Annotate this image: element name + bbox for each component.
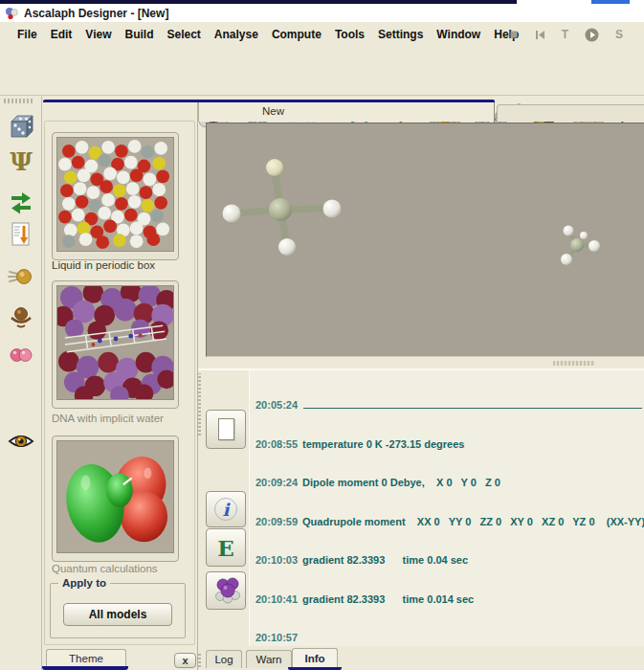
quantum-preview-image xyxy=(56,440,174,553)
menu-bar: File Edit View Build Select Analyse Comp… xyxy=(0,22,644,47)
report-document-icon[interactable] xyxy=(8,220,34,249)
menu-analyse[interactable]: Analyse xyxy=(214,28,258,41)
template-thumb-liquid[interactable] xyxy=(52,132,179,260)
viewport-3d[interactable] xyxy=(206,123,644,357)
t-button[interactable]: T xyxy=(562,28,568,41)
dice-icon[interactable] xyxy=(8,111,34,140)
menu-window[interactable]: Window xyxy=(436,28,480,41)
log-tab-bar: Log Warn Info xyxy=(198,646,644,670)
liquid-preview-image xyxy=(56,137,174,252)
templates-panel: Liquid in periodic box DNA wi xyxy=(42,100,198,670)
tab-theme[interactable]: Theme xyxy=(46,649,126,667)
energy-button[interactable]: E xyxy=(206,528,246,567)
menu-view[interactable]: View xyxy=(85,28,111,41)
log-rule xyxy=(303,399,642,409)
tab-new[interactable]: New xyxy=(198,102,495,122)
purple-molecule-icon xyxy=(211,577,241,604)
stop-icon[interactable] xyxy=(509,30,519,39)
menu-build[interactable]: Build xyxy=(124,28,153,41)
energy-icon: E xyxy=(217,535,234,561)
info-button[interactable]: i xyxy=(206,491,246,527)
log-line: 20:09:59 Quadrupole moment XX 0 YY 0 ZZ … xyxy=(255,516,644,529)
dna-preview-image xyxy=(56,285,174,400)
eye-icon[interactable] xyxy=(8,427,34,456)
molecule-scene xyxy=(207,123,643,356)
media-controls: T S xyxy=(509,22,623,47)
sidebar-handle[interactable] xyxy=(4,99,33,103)
menu-compute[interactable]: Compute xyxy=(272,28,322,41)
menu-file[interactable]: File xyxy=(17,28,37,41)
theme-tab-underline xyxy=(42,666,128,670)
log-line: 20:10:03 gradient 82.3393 time 0.04 sec xyxy=(255,554,644,568)
title-bar: Ascalaph Designer - [New] xyxy=(0,4,644,22)
menu-tools[interactable]: Tools xyxy=(335,28,365,41)
main-toolbar xyxy=(0,47,644,96)
s-button[interactable]: S xyxy=(615,28,623,41)
app-icon xyxy=(5,7,18,20)
apply-to-legend: Apply to xyxy=(58,577,110,589)
template-label-quantum: Quantum calculations xyxy=(52,563,158,574)
tab-log[interactable]: Log xyxy=(206,650,242,668)
window-title: Ascalaph Designer - [New] xyxy=(24,7,168,20)
log-output[interactable]: 20:05:24 20:08:55 temperature 0 K -273.1… xyxy=(249,370,644,646)
log-line: 20:08:55 temperature 0 K -273.15 degrees xyxy=(255,438,644,452)
clear-log-button[interactable] xyxy=(206,410,246,449)
menu-settings[interactable]: Settings xyxy=(378,28,423,41)
menu-edit[interactable]: Edit xyxy=(51,28,73,41)
splitter-handle[interactable] xyxy=(553,361,595,366)
tool-sidebar: Ψ xyxy=(0,96,42,670)
log-line: 20:10:57 xyxy=(255,632,644,645)
log-panel-handle[interactable] xyxy=(197,373,203,436)
skip-start-icon[interactable] xyxy=(535,30,545,40)
play-icon[interactable] xyxy=(585,28,599,42)
comet-icon[interactable] xyxy=(8,262,34,291)
ball-dish-icon[interactable] xyxy=(8,302,34,331)
psi-icon[interactable]: Ψ xyxy=(8,147,34,176)
template-thumb-dna[interactable] xyxy=(52,280,179,409)
log-line: 20:05:24 xyxy=(255,399,644,413)
molecule-info-button[interactable] xyxy=(206,571,246,610)
tab-new-label: New xyxy=(262,105,284,117)
template-thumb-quantum[interactable] xyxy=(52,436,179,562)
tab-info[interactable]: Info xyxy=(292,648,338,668)
panel-close-button[interactable]: x xyxy=(174,653,196,668)
log-tabbar-handle[interactable] xyxy=(197,652,203,667)
template-label-dna: DNA with implicit water xyxy=(52,413,164,424)
apply-to-group: Apply to All models xyxy=(50,583,186,638)
log-line: 20:09:24 Dipole moment 0 Debye, X 0 Y 0 … xyxy=(255,477,644,490)
blank-page-icon xyxy=(218,418,234,440)
template-label-liquid: Liquid in periodic box xyxy=(52,259,155,271)
all-models-button[interactable]: All models xyxy=(63,603,172,626)
log-line: 20:10:41 gradient 82.3393 time 0.014 sec xyxy=(255,593,644,607)
horizontal-splitter[interactable] xyxy=(198,358,644,368)
ascalaph-designer-window: Ascalaph Designer - [New] File Edit View… xyxy=(0,0,644,670)
tab-inactive[interactable] xyxy=(497,104,644,122)
tab-warn[interactable]: Warn xyxy=(246,650,292,668)
info-icon: i xyxy=(214,498,237,521)
exchange-arrows-icon[interactable] xyxy=(8,188,34,216)
spheres-pair-icon[interactable] xyxy=(8,341,34,369)
menu-select[interactable]: Select xyxy=(167,28,200,41)
